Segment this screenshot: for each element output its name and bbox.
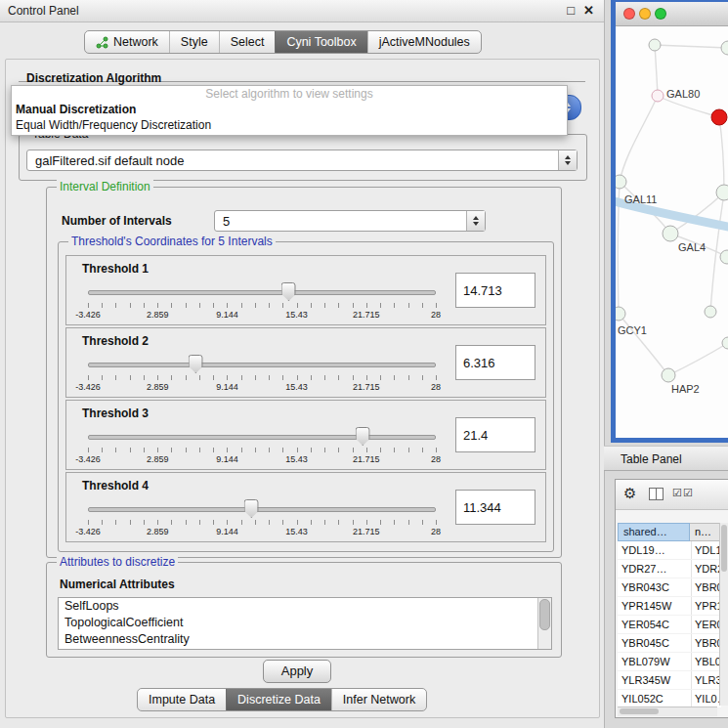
network-canvas[interactable]: GAL80 GAL11 GAL4 GCY1 HAP2: [616, 26, 728, 438]
table-data-combobox[interactable]: galFiltered.sif default node: [26, 150, 578, 171]
minimize-traffic-light-icon[interactable]: [639, 8, 651, 20]
number-of-intervals-value: 5: [223, 211, 230, 231]
tick-label: 15.43: [285, 382, 308, 392]
threshold-3-slider-thumb[interactable]: [356, 427, 370, 446]
slider-ticks: [88, 448, 437, 452]
table-cell[interactable]: YIL052C: [618, 690, 693, 707]
table-row[interactable]: YPR145W YPR1…: [618, 597, 721, 616]
combo-arrows-icon[interactable]: [558, 150, 577, 170]
tab-network[interactable]: Network: [85, 31, 169, 53]
threshold-4-slider-thumb[interactable]: [244, 499, 259, 518]
list-item[interactable]: BetweennessCentrality: [59, 631, 551, 648]
number-of-intervals-combobox[interactable]: 5: [214, 210, 486, 232]
tick-label: 9.144: [216, 310, 238, 320]
tab-network-label: Network: [113, 35, 158, 49]
interval-definition-title: Interval Definition: [57, 180, 153, 193]
threshold-2-slider[interactable]: [88, 354, 436, 373]
threshold-1-value-field[interactable]: 14.713: [455, 273, 535, 308]
table-row[interactable]: YBR043C YBR0…: [618, 578, 721, 597]
scrollbar-thumb[interactable]: [620, 708, 659, 714]
table-row[interactable]: YBR045C YBR0…: [618, 634, 721, 653]
column-header-name[interactable]: n…: [690, 523, 721, 541]
node-label[interactable]: GAL80: [666, 88, 700, 100]
tab-select-label: Select: [231, 35, 265, 49]
float-window-icon[interactable]: □: [567, 0, 575, 21]
column-header-shared-name[interactable]: shared…: [618, 523, 690, 541]
table-cell[interactable]: YPR145W: [618, 597, 693, 615]
threshold-3-slider[interactable]: [88, 426, 436, 446]
threshold-4-panel: Threshold 4 -3.426 2.859 9.144 15.43 21.…: [65, 472, 546, 542]
tick-label: 21.715: [353, 454, 380, 464]
tick-label: 2.859: [147, 454, 169, 464]
tick-label: 2.859: [147, 382, 169, 392]
threshold-3-value-field[interactable]: 21.4: [455, 417, 535, 452]
node-label[interactable]: GAL4: [678, 241, 706, 253]
tab-style[interactable]: Style: [169, 31, 219, 53]
gear-icon[interactable]: ⚙: [623, 485, 636, 502]
node-label[interactable]: GCY1: [618, 324, 647, 336]
selected-red-node[interactable]: [711, 109, 727, 125]
table-cell[interactable]: YDL19…: [618, 541, 693, 559]
table-cell[interactable]: YBR045C: [618, 634, 693, 652]
threshold-1-slider-thumb[interactable]: [281, 282, 296, 301]
table-body: YDL19… YDL1… YDR27… YDR2… YBR043C YBR0… …: [618, 541, 721, 708]
slider-groove: [88, 290, 436, 295]
columns-icon[interactable]: [649, 488, 664, 500]
close-icon[interactable]: ✕: [583, 0, 594, 21]
number-of-intervals-label: Number of Intervals: [62, 214, 172, 228]
table-cell[interactable]: YER054C: [618, 616, 693, 633]
tab-select[interactable]: Select: [219, 31, 276, 53]
table-row[interactable]: YDL19… YDL1…: [618, 541, 721, 560]
network-window-titlebar: [616, 2, 728, 26]
algorithm-dropdown-popup: Select algorithm to view settings Manual…: [11, 85, 568, 136]
thresholds-group-title: Threshold's Coordinates for 5 Intervals: [68, 235, 276, 248]
threshold-2-value-field[interactable]: 6.316: [455, 345, 535, 380]
threshold-2-slider-thumb[interactable]: [189, 355, 203, 373]
threshold-3-panel: Threshold 3 -3.426 2.859 9.144 15.43 21.…: [65, 400, 546, 470]
slider-tick-labels: -3.426 2.859 9.144 15.43 21.715 28: [88, 310, 436, 321]
select-all-icon[interactable]: ☑☑: [672, 487, 694, 499]
table-row[interactable]: YLR345W YLR3…: [618, 671, 721, 690]
apply-button[interactable]: Apply: [263, 660, 331, 683]
table-row[interactable]: YER054C YER0…: [618, 616, 721, 634]
scrollbar-thumb[interactable]: [539, 599, 550, 630]
table-row[interactable]: YDR27… YDR2…: [618, 560, 721, 578]
zoom-traffic-light-icon[interactable]: [655, 8, 666, 20]
close-traffic-light-icon[interactable]: [623, 8, 635, 20]
tick-label: 28: [431, 454, 441, 464]
algorithm-placeholder: Select algorithm to view settings: [12, 86, 567, 102]
table-cell[interactable]: YDR27…: [618, 560, 693, 578]
list-item[interactable]: SelfLoops: [59, 598, 551, 615]
tick-label: 9.144: [216, 527, 238, 536]
combo-arrows-icon[interactable]: [466, 211, 485, 231]
node-label[interactable]: GAL11: [624, 193, 657, 205]
table-data-value: galFiltered.sif default node: [35, 150, 184, 170]
threshold-3-label: Threshold 3: [82, 407, 149, 420]
table-vertical-scrollbar[interactable]: [719, 523, 728, 706]
scrollbar-thumb[interactable]: [721, 525, 727, 572]
table-panel-title: Table Panel: [621, 452, 682, 466]
list-item[interactable]: TopologicalCoefficient: [59, 615, 551, 631]
tab-impute-data[interactable]: Impute Data: [138, 689, 226, 710]
node-label[interactable]: HAP2: [671, 383, 700, 395]
tick-label: 28: [431, 382, 441, 392]
list-scrollbar[interactable]: [537, 598, 551, 649]
threshold-4-slider[interactable]: [88, 498, 436, 518]
tab-discretize-data[interactable]: Discretize Data: [226, 689, 331, 710]
dropdown-option-equal-width[interactable]: Equal Width/Frequency Discretization: [12, 117, 567, 133]
dropdown-option-manual-discretization[interactable]: Manual Discretization: [12, 102, 567, 117]
threshold-1-slider[interactable]: [88, 281, 436, 301]
table-horizontal-scrollbar[interactable]: [618, 707, 717, 716]
tick-label: 15.43: [285, 310, 308, 320]
tab-infer-network[interactable]: Infer Network: [331, 689, 426, 710]
threshold-4-value-field[interactable]: 11.344: [455, 490, 535, 525]
table-row[interactable]: YBL079W YBL0…: [618, 653, 721, 671]
threshold-1-panel: Threshold 1 -3.426 2.859 9.144 15.43 21.…: [65, 255, 546, 325]
tab-cyni-toolbox[interactable]: Cyni Toolbox: [275, 31, 366, 53]
table-cell[interactable]: YBR043C: [618, 578, 693, 596]
table-cell[interactable]: YBL079W: [618, 653, 693, 670]
table-cell[interactable]: YLR345W: [618, 671, 693, 689]
tab-jactivemodules[interactable]: jActiveMNodules: [367, 31, 481, 53]
tab-jactivemodules-label: jActiveMNodules: [379, 35, 470, 49]
slider-ticks: [88, 303, 437, 308]
